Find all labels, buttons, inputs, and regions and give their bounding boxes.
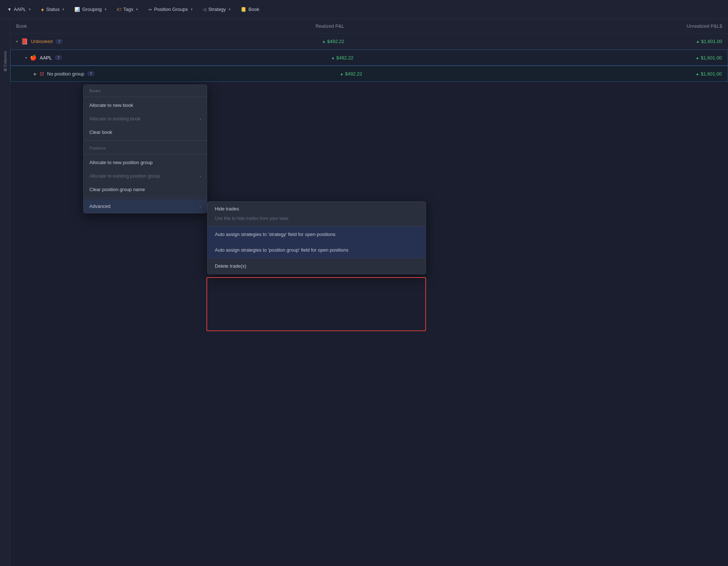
row-realized: ▲ $492.22 (244, 55, 353, 61)
toolbar-tags[interactable]: 🏷 Tags ▾ (112, 4, 142, 14)
realized-value: $492.22 (345, 71, 362, 77)
menu-item-advanced[interactable]: Advanced › (84, 199, 207, 213)
book-icon: 📒 (241, 7, 246, 12)
allocate-new-position-group-label: Allocate to new position group (89, 160, 152, 165)
main-layout: ⊞ Columns Book Realized P&L Unrealized P… (0, 19, 728, 566)
row-book-cell: ▶ ⊟ No position group 7 (34, 71, 253, 77)
submenu-item-delete-trades[interactable]: Delete trade(s) (208, 258, 426, 274)
aapl-chevron: ▾ (29, 7, 31, 11)
tags-chevron: ▾ (136, 7, 138, 11)
realized-value: $492.22 (327, 39, 344, 44)
toolbar-grouping[interactable]: 📊 Grouping ▾ (70, 4, 111, 14)
row-label-aapl: AAPL (40, 55, 52, 61)
toolbar-position-groups[interactable]: ⇒ Position Groups ▾ (144, 4, 197, 14)
row-realized: ▲ $492.22 (235, 39, 344, 44)
strategy-chevron: ▾ (229, 7, 231, 11)
auto-assign-position-group-label: Auto assign strategies to 'position grou… (215, 247, 348, 253)
col-header-book: Book (16, 23, 235, 29)
menu-item-allocate-new-book[interactable]: Allocate to new book (84, 98, 207, 112)
row-unrealized: ▲ $1,601.00 (344, 39, 722, 44)
menu-divider (84, 154, 207, 154)
col-header-realized: Realized P&L (235, 23, 344, 29)
delete-trades-label: Delete trade(s) (215, 263, 246, 269)
table-header: Book Realized P&L Unrealized P&L$ (10, 19, 728, 34)
unrealized-value: $1,601.00 (701, 39, 722, 44)
no-pos-group-icon: ⊟ (40, 71, 44, 77)
book-label: Book (248, 7, 259, 12)
columns-label: Columns (3, 51, 7, 67)
menu-item-allocate-existing-position-group[interactable]: Allocate to existing position group › (84, 169, 207, 183)
menu-item-allocate-new-position-group[interactable]: Allocate to new position group (84, 156, 207, 169)
status-icon: ● (41, 7, 44, 12)
allocate-new-book-label: Allocate to new book (89, 102, 133, 108)
tags-icon: 🏷 (117, 7, 121, 12)
clear-position-group-name-label: Clear position group name (89, 187, 145, 192)
grouping-chevron: ▾ (105, 7, 107, 11)
submenu-item-auto-assign-position-group[interactable]: Auto assign strategies to 'position grou… (208, 242, 426, 258)
hide-trades-label: Hide trades (215, 206, 239, 212)
arrow-right-icon: › (200, 117, 201, 121)
submenu-item-auto-assign-strategy[interactable]: Auto assign strategies to 'strategy' fie… (208, 226, 426, 242)
position-groups-label: Position Groups (154, 7, 188, 12)
strategy-label: Strategy (208, 7, 226, 12)
table-row[interactable]: ▾ 📕 Unbooked 7 ▲ $492.22 ▲ $1,601.00 (10, 34, 728, 50)
grouping-icon: 📊 (74, 7, 80, 12)
row-label-no-position-group: No position group (47, 71, 84, 77)
toolbar-strategy[interactable]: ◁ Strategy ▾ (198, 4, 235, 14)
position-groups-chevron: ▾ (191, 7, 193, 11)
table-row[interactable]: ▾ 🍎 AAPL 7 ▲ $492.22 ▲ $1,601.00 (10, 50, 728, 66)
submenu-hide-trades-desc: Use this to hide trades from your view. (208, 214, 426, 226)
row-book-cell: ▾ 📕 Unbooked 7 (16, 38, 235, 45)
book-red-icon: 📕 (21, 38, 28, 45)
no-pos-group-badge: 7 (87, 71, 94, 76)
unbooked-badge: 7 (55, 39, 63, 44)
table-area: Book Realized P&L Unrealized P&L$ ▾ 📕 Un… (10, 19, 728, 566)
aapl-badge: 7 (55, 55, 62, 60)
clear-book-label: Clear book (89, 129, 112, 135)
columns-button[interactable]: ⊞ Columns (1, 48, 9, 74)
realized-up-arrow: ▲ (331, 56, 335, 60)
aapl-icon: ▼ (7, 7, 12, 12)
menu-divider (84, 140, 207, 141)
sidebar-column: ⊞ Columns (0, 19, 10, 566)
realized-value: $492.22 (336, 55, 353, 61)
unrealized-up-arrow: ▲ (696, 56, 699, 60)
tags-label: Tags (123, 7, 133, 12)
context-menu: Books Allocate to new book Allocate to e… (83, 85, 207, 213)
realized-up-arrow: ▲ (340, 72, 344, 76)
expand-chevron[interactable]: ▶ (34, 72, 37, 76)
status-chevron: ▾ (62, 7, 64, 11)
hide-trades-description: Use this to hide trades from your view. (215, 216, 289, 221)
toolbar: ▼ AAPL ▾ ● Status ▾ 📊 Grouping ▾ 🏷 Tags … (0, 0, 728, 19)
row-book-cell: ▾ 🍎 AAPL 7 (25, 54, 244, 61)
advanced-submenu: Hide trades Use this to hide trades from… (207, 201, 426, 274)
status-label: Status (46, 7, 60, 12)
menu-divider (84, 198, 207, 198)
table-row[interactable]: ▶ ⊟ No position group 7 ▲ $492.22 ▲ $1,6… (10, 66, 728, 82)
toolbar-book[interactable]: 📒 Book (236, 4, 264, 14)
menu-item-clear-book[interactable]: Clear book (84, 125, 207, 139)
toolbar-aapl[interactable]: ▼ AAPL ▾ (3, 4, 35, 14)
allocate-existing-book-label: Allocate to existing book (89, 116, 140, 121)
aapl-label: AAPL (14, 7, 26, 12)
position-groups-icon: ⇒ (148, 7, 152, 12)
columns-icon: ⊞ (3, 68, 7, 71)
arrow-right-icon: › (200, 174, 201, 178)
row-unrealized: ▲ $1,601.00 (362, 71, 722, 77)
submenu-hide-trades[interactable]: Hide trades (208, 202, 426, 214)
expand-chevron[interactable]: ▾ (25, 56, 27, 60)
positions-section-label: Positions (84, 142, 207, 152)
advanced-label: Advanced (89, 203, 111, 209)
row-realized: ▲ $492.22 (253, 71, 362, 77)
menu-divider (84, 97, 207, 97)
realized-up-arrow: ▲ (322, 39, 326, 43)
unrealized-up-arrow: ▲ (696, 72, 699, 76)
auto-assign-strategy-label: Auto assign strategies to 'strategy' fie… (215, 232, 336, 237)
expand-chevron[interactable]: ▾ (16, 39, 18, 43)
col-header-unrealized: Unrealized P&L$ (344, 23, 722, 29)
grouping-label: Grouping (82, 7, 101, 12)
menu-item-clear-position-group-name[interactable]: Clear position group name (84, 183, 207, 196)
menu-item-allocate-existing-book[interactable]: Allocate to existing book › (84, 112, 207, 125)
books-section-label: Books (84, 85, 207, 95)
toolbar-status[interactable]: ● Status ▾ (36, 4, 69, 15)
